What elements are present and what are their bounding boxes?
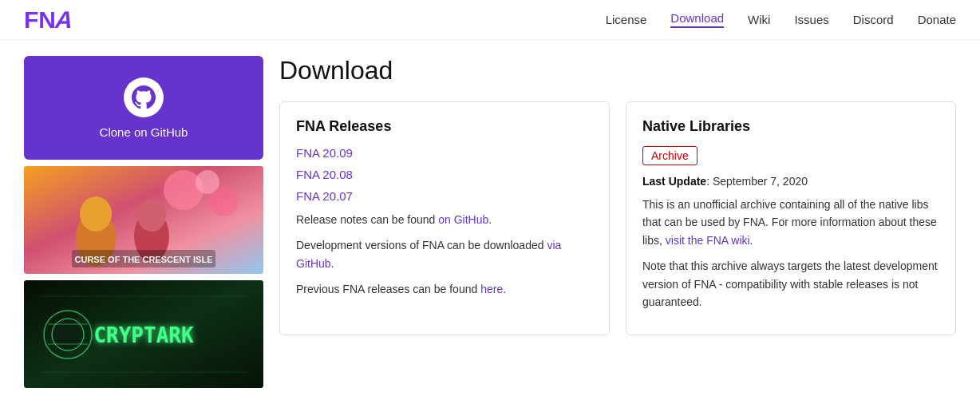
native-libraries-card: Native Libraries Archive Last Update: Se… <box>626 101 956 335</box>
svg-point-3 <box>209 188 238 216</box>
github-label: Clone on GitHub <box>100 125 188 139</box>
github-icon <box>124 77 164 117</box>
last-update-label: Last Update <box>642 175 706 188</box>
here-link[interactable]: here <box>480 283 503 295</box>
nav-donate[interactable]: Donate <box>918 13 956 26</box>
fna-wiki-link[interactable]: visit the FNA wiki <box>666 234 750 247</box>
native-desc2: Note that this archive always targets th… <box>642 257 939 311</box>
nav-discord[interactable]: Discord <box>853 13 894 26</box>
nav-download[interactable]: Download <box>670 11 724 28</box>
nav-issues[interactable]: Issues <box>794 13 828 26</box>
sidebar: Clone on GitHub <box>24 56 263 388</box>
svg-point-14 <box>52 319 84 351</box>
last-update-text: Last Update: September 7, 2020 <box>642 175 939 188</box>
svg-text:CRYPTARK: CRYPTARK <box>93 323 194 347</box>
dev-versions-text: Development versions of FNA can be downl… <box>296 236 593 272</box>
main-nav: License Download Wiki Issues Discord Don… <box>606 11 956 28</box>
previous-releases-text: Previous FNA releases can be found here. <box>296 280 593 298</box>
content-area: Download FNA Releases FNA 20.09 FNA 20.0… <box>279 56 956 388</box>
native-libraries-title: Native Libraries <box>642 118 939 135</box>
fna-releases-title: FNA Releases <box>296 118 593 135</box>
release-link-2009[interactable]: FNA 20.09 <box>296 146 593 160</box>
github-link-notes[interactable]: on GitHub <box>438 213 488 226</box>
page-title: Download <box>279 56 956 85</box>
svg-point-7 <box>137 200 166 232</box>
game-image-crescent: CURSE OF THE CRESCENT ISLE <box>24 166 263 274</box>
archive-button[interactable]: Archive <box>642 146 697 165</box>
last-update-value: September 7, 2020 <box>713 175 808 188</box>
fna-releases-card: FNA Releases FNA 20.09 FNA 20.08 FNA 20.… <box>279 101 610 335</box>
main-container: Clone on GitHub <box>0 40 980 404</box>
svg-text:CURSE OF THE CRESCENT ISLE: CURSE OF THE CRESCENT ISLE <box>75 255 213 264</box>
nav-license[interactable]: License <box>606 13 647 26</box>
release-link-2008[interactable]: FNA 20.08 <box>296 168 593 181</box>
native-desc1: This is an unofficial archive containing… <box>642 196 939 249</box>
release-link-2007[interactable]: FNA 20.07 <box>296 189 593 203</box>
github-banner[interactable]: Clone on GitHub <box>24 56 263 160</box>
header: FNA License Download Wiki Issues Discord… <box>0 0 980 40</box>
cards-row: FNA Releases FNA 20.09 FNA 20.08 FNA 20.… <box>279 101 956 335</box>
nav-wiki[interactable]: Wiki <box>748 13 770 26</box>
game-image-cryptark: CRYPTARK CRYPTARK <box>24 280 263 388</box>
svg-point-5 <box>80 196 112 232</box>
site-logo: FNA <box>24 6 73 34</box>
release-notes-text: Release notes can be found on GitHub. <box>296 211 593 228</box>
